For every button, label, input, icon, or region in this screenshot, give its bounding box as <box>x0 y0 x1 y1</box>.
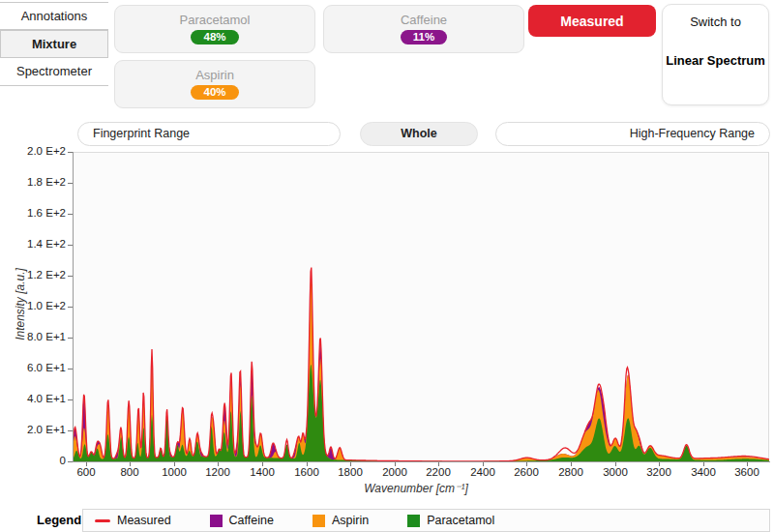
spectrometer-app: Annotations Mixture Spectrometer Paracet… <box>0 0 774 532</box>
y-tick-mark <box>68 307 73 308</box>
legend-box: Measured Caffeine Aspirin Paracetamol <box>82 509 770 532</box>
spectrum-plot[interactable] <box>73 152 769 461</box>
x-tick-label: 1200 <box>195 466 240 478</box>
switch-to-linear-spectrum-button[interactable]: Switch to Linear Spectrum <box>662 4 769 105</box>
switch-button-caption: Switch to <box>663 15 768 29</box>
high-frequency-range-button[interactable]: High-Frequency Range <box>495 122 770 146</box>
sidebar-item-spectrometer[interactable]: Spectrometer <box>0 58 108 86</box>
x-axis-line <box>73 461 770 462</box>
x-tick-label: 1800 <box>328 466 372 478</box>
series-area <box>73 277 769 461</box>
y-tick-mark <box>68 245 73 246</box>
y-tick-label: 1.0 E+2 <box>2 300 66 311</box>
y-tick-label: 8.0 E+1 <box>2 331 66 342</box>
y-tick-mark <box>68 214 73 215</box>
y-tick-label: 1.6 E+2 <box>2 207 66 219</box>
y-tick-label: 1.4 E+2 <box>2 238 66 250</box>
x-tick-label: 2200 <box>416 466 461 478</box>
percent-badge: 40% <box>191 85 238 100</box>
sidebar-item-mixture[interactable]: Mixture <box>0 30 108 58</box>
percent-badge: 48% <box>191 30 238 44</box>
legend-title: Legend: <box>37 513 86 527</box>
component-name: Paracetamol <box>115 13 314 27</box>
measured-button[interactable]: Measured <box>528 5 656 37</box>
x-tick-label: 1000 <box>152 466 196 478</box>
y-tick-mark <box>68 461 73 462</box>
y-tick-mark <box>68 276 73 277</box>
component-card-aspirin[interactable]: Aspirin 40% <box>114 60 315 108</box>
component-card-caffeine[interactable]: Caffeine 11% <box>323 5 524 53</box>
x-tick-label: 3400 <box>681 466 726 478</box>
series-measured-line <box>73 268 769 461</box>
legend-item-label: Measured <box>117 514 171 527</box>
y-tick-label: 2.0 E+2 <box>2 145 66 157</box>
y-tick-label: 6.0 E+1 <box>2 362 66 373</box>
x-tick-label: 2600 <box>504 466 549 478</box>
component-card-paracetamol[interactable]: Paracetamol 48% <box>114 5 315 53</box>
aspirin-swatch <box>313 515 325 527</box>
series-area <box>73 365 769 461</box>
x-axis-title: Wavenumber [cm⁻¹] <box>319 482 513 495</box>
x-tick-label: 800 <box>107 466 152 478</box>
legend-item-label: Aspirin <box>332 514 369 527</box>
y-tick-mark <box>68 430 73 431</box>
legend-item-aspirin: Aspirin <box>313 514 369 527</box>
x-tick-label: 3200 <box>637 466 681 478</box>
sidebar-item-annotations[interactable]: Annotations <box>0 2 108 30</box>
component-name: Aspirin <box>115 68 314 82</box>
whole-range-button[interactable]: Whole <box>360 122 478 146</box>
component-name: Caffeine <box>324 13 523 27</box>
y-tick-label: 0 <box>2 455 66 466</box>
fingerprint-range-button[interactable]: Fingerprint Range <box>77 122 341 146</box>
y-tick-mark <box>68 152 73 153</box>
legend-item-label: Caffeine <box>229 514 274 527</box>
x-tick-label: 1600 <box>284 466 329 478</box>
y-tick-label: 4.0 E+1 <box>2 393 66 404</box>
legend-item-label: Paracetamol <box>427 514 494 527</box>
switch-button-target: Linear Spectrum <box>663 52 768 70</box>
x-tick-label: 2800 <box>549 466 593 478</box>
measured-line-marker <box>95 519 110 522</box>
y-axis-line <box>73 152 74 462</box>
x-tick-label: 2400 <box>461 466 505 478</box>
y-tick-mark <box>68 399 73 400</box>
y-tick-mark <box>68 338 73 339</box>
legend-item-caffeine: Caffeine <box>210 514 274 527</box>
y-tick-label: 2.0 E+1 <box>2 424 66 435</box>
y-axis-title: Intensity [a.u.] <box>14 239 27 369</box>
legend-item-paracetamol: Paracetamol <box>407 514 494 527</box>
series-area <box>73 277 769 461</box>
x-tick-label: 600 <box>64 466 108 478</box>
sidebar-tabs: Annotations Mixture Spectrometer <box>0 2 108 86</box>
caffeine-swatch <box>210 515 223 527</box>
y-tick-label: 1.2 E+2 <box>2 269 66 281</box>
y-tick-mark <box>68 183 73 184</box>
legend-item-measured: Measured <box>95 514 171 527</box>
x-tick-label: 1400 <box>240 466 284 478</box>
percent-badge: 11% <box>401 30 447 44</box>
x-tick-label: 3000 <box>593 466 638 478</box>
x-tick-label: 2000 <box>372 466 417 478</box>
x-tick-label: 3600 <box>725 466 769 478</box>
y-tick-mark <box>68 369 73 369</box>
y-tick-label: 1.8 E+2 <box>2 176 66 188</box>
paracetamol-swatch <box>407 515 420 527</box>
